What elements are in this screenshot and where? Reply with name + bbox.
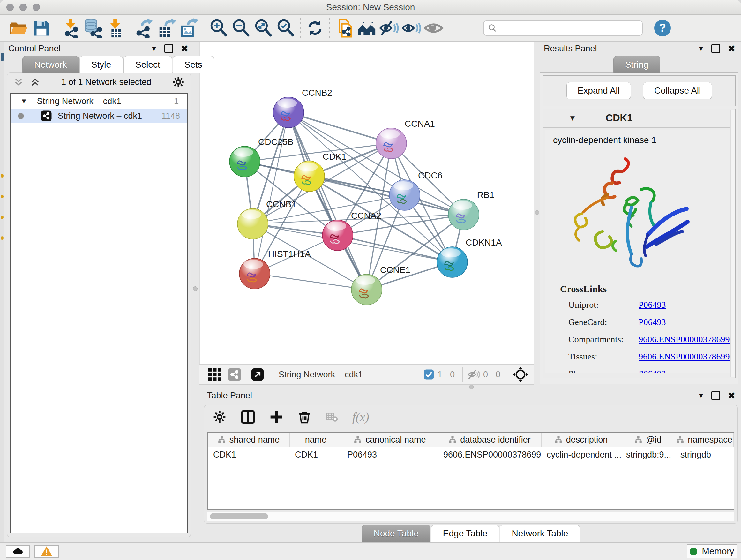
hidden-eye-slash-icon[interactable] — [467, 368, 480, 381]
zoom-in-icon[interactable] — [207, 17, 230, 39]
traffic-lights[interactable] — [6, 3, 40, 11]
network-view-canvas[interactable]: CCNB2CCNA1CDC25BCDK1CDC6RB1CCNB1CCNA2CDK… — [199, 42, 534, 364]
network-view-share-icon[interactable] — [227, 368, 242, 381]
collapse-all-chevrons-icon[interactable] — [30, 77, 41, 87]
show-all-eye-icon[interactable] — [400, 17, 422, 39]
crosslink-link[interactable]: P06493 — [638, 369, 666, 373]
control-panel-close-icon[interactable]: ✖ — [181, 44, 188, 54]
entry-header[interactable]: ▼ CDK1 — [543, 109, 735, 128]
detach-view-icon[interactable] — [251, 368, 264, 381]
column-header[interactable]: @id — [621, 433, 675, 447]
help-button[interactable]: ? — [654, 20, 671, 37]
tab-node-table[interactable]: Node Table — [362, 524, 430, 542]
results-scrollbar[interactable] — [731, 110, 735, 377]
network-graph[interactable]: CCNB2CCNA1CDC25BCDK1CDC6RB1CCNB1CCNA2CDK… — [200, 42, 534, 364]
warning-status-button[interactable] — [35, 545, 59, 558]
column-header[interactable]: canonical name — [342, 433, 438, 447]
column-header[interactable]: database identifier — [438, 433, 542, 447]
expand-all-chevrons-icon[interactable] — [13, 77, 24, 87]
table-row[interactable]: CDK1CDK1P064939606.ENSP00000378699cyclin… — [208, 447, 734, 462]
table-options-gear-icon[interactable] — [212, 410, 226, 424]
export-image-icon[interactable] — [178, 17, 200, 39]
results-panel-close-icon[interactable]: ✖ — [728, 44, 735, 54]
table-cell[interactable]: stringdb — [675, 447, 734, 462]
collection-expand-triangle[interactable]: ▼ — [20, 97, 27, 105]
tab-string[interactable]: String — [613, 56, 660, 73]
network-node-ccna2[interactable]: CCNA2 — [322, 211, 381, 251]
tab-network[interactable]: Network — [22, 56, 79, 73]
network-edge[interactable] — [288, 112, 391, 143]
crosslink-link[interactable]: P06493 — [638, 300, 666, 310]
scrollbar-thumb[interactable] — [210, 513, 268, 519]
right-splitter-handle[interactable] — [535, 210, 539, 215]
network-node-hist1h1a[interactable]: HIST1H1A — [239, 249, 311, 289]
tab-sets[interactable]: Sets — [173, 56, 214, 73]
crosslink-link[interactable]: 9606.ENSP00000378699 — [638, 334, 730, 345]
memory-button[interactable]: Memory — [687, 544, 737, 558]
minimize-window-button[interactable] — [19, 3, 27, 11]
import-network-database-icon[interactable] — [82, 17, 104, 39]
table-panel-menu-icon[interactable]: ▾ — [699, 391, 703, 400]
export-network-icon[interactable] — [133, 17, 156, 39]
zoom-out-icon[interactable] — [230, 17, 252, 39]
zoom-fit-icon[interactable] — [252, 17, 274, 39]
network-row-selected[interactable]: String Network – cdk1 11 48 — [11, 109, 187, 123]
network-node-cdk1[interactable]: CDK1 — [294, 152, 347, 192]
tab-edge-table[interactable]: Edge Table — [431, 524, 499, 542]
collapse-all-button[interactable]: Collapse All — [643, 82, 712, 99]
preview-eye-icon[interactable] — [422, 17, 445, 39]
pan-crosshair-icon[interactable] — [513, 367, 528, 382]
network-edge[interactable] — [338, 235, 452, 262]
network-edge[interactable] — [255, 273, 367, 290]
results-panel-float-icon[interactable] — [711, 44, 720, 53]
import-network-file-icon[interactable] — [59, 17, 82, 39]
column-header[interactable]: namespace — [675, 433, 734, 447]
crosslink-link[interactable]: P06493 — [638, 317, 666, 327]
search-input[interactable] — [500, 23, 638, 33]
toolbar-search-field[interactable] — [483, 20, 643, 36]
table-cell[interactable]: 9606.ENSP00000378699 — [438, 447, 542, 462]
column-header[interactable]: shared name — [208, 433, 290, 447]
entry-collapse-triangle[interactable]: ▼ — [569, 114, 576, 123]
control-panel-menu-icon[interactable]: ▾ — [152, 44, 156, 53]
column-header[interactable]: name — [290, 433, 342, 447]
crosslink-link[interactable]: 9606.ENSP00000378699 — [638, 352, 730, 362]
tab-style[interactable]: Style — [79, 56, 123, 73]
table-cell[interactable]: P06493 — [342, 447, 438, 462]
table-horizontal-scrollbar[interactable] — [207, 512, 734, 521]
table-cell[interactable]: CDK1 — [208, 447, 290, 462]
network-node-ccnb1[interactable]: CCNB1 — [238, 199, 296, 239]
network-node-rb1[interactable]: RB1 — [448, 190, 494, 230]
hide-selected-eye-slash-icon[interactable] — [378, 17, 400, 39]
welcome-screen-icon[interactable] — [355, 17, 378, 39]
table-cell[interactable]: CDK1 — [290, 447, 342, 462]
delete-column-trash-icon[interactable] — [297, 410, 312, 424]
results-panel-menu-icon[interactable]: ▾ — [699, 44, 703, 53]
save-session-icon[interactable] — [30, 17, 52, 39]
left-splitter-handle[interactable] — [193, 287, 198, 291]
column-header[interactable]: description — [542, 433, 621, 447]
table-cell[interactable]: stringdb:9... — [621, 447, 675, 462]
network-node-ccnb2[interactable]: CCNB2 — [273, 88, 332, 128]
network-options-gear-icon[interactable] — [172, 76, 185, 88]
add-column-icon[interactable] — [269, 410, 283, 424]
show-columns-icon[interactable] — [241, 410, 255, 424]
network-edge[interactable] — [288, 112, 367, 290]
table-panel-close-icon[interactable]: ✖ — [728, 390, 735, 401]
duplicate-network-icon[interactable] — [333, 17, 355, 39]
maximize-window-button[interactable] — [32, 3, 40, 11]
close-window-button[interactable] — [6, 3, 14, 11]
table-cell[interactable]: cyclin-dependent ... — [542, 447, 621, 462]
zoom-selected-icon[interactable] — [274, 17, 297, 39]
network-collection-row[interactable]: ▼ String Network – cdk1 1 — [11, 94, 187, 109]
open-session-icon[interactable] — [8, 17, 30, 39]
tab-network-table[interactable]: Network Table — [500, 524, 580, 542]
import-table-file-icon[interactable] — [104, 17, 126, 39]
refresh-view-icon[interactable] — [304, 17, 326, 39]
network-node-ccna1[interactable]: CCNA1 — [376, 119, 435, 159]
cloud-status-button[interactable] — [6, 545, 30, 558]
control-panel-float-icon[interactable] — [164, 44, 173, 53]
horizontal-splitter-handle[interactable] — [469, 385, 474, 389]
selected-checkbox-icon[interactable] — [423, 369, 434, 380]
export-table-icon[interactable] — [156, 17, 178, 39]
